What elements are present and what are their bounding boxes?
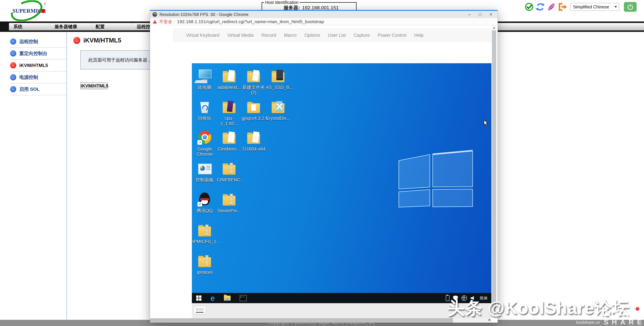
feather-icon[interactable] (547, 2, 556, 12)
desktop-icon-label: Cinebenc... (217, 146, 241, 152)
navbar-item-2[interactable]: 配置 (91, 23, 132, 30)
sidebar-item-label: 电源控制 (19, 74, 38, 81)
watermark-site: koolshare.cn (576, 320, 600, 325)
desktop-icon-label: CrystalDis... (266, 116, 290, 121)
kvm-menu-record[interactable]: Record (262, 33, 276, 38)
kvm-menu-user-list[interactable]: User List (328, 33, 346, 38)
desktop-icon[interactable]: aida64ext... (217, 68, 241, 90)
arrow-circle-icon: → (10, 74, 16, 80)
watermark-text: 头条 @KoolShare论坛 (448, 297, 630, 320)
kvm-menu-options[interactable]: Options (304, 33, 320, 38)
arrow-circle-icon: → (10, 39, 16, 45)
kvm-menu-virtual-keyboard[interactable]: Virtual Keyboard (186, 33, 219, 38)
desktop-icon[interactable]: Cinebenc... (217, 130, 241, 152)
sidebar-item[interactable]: → iKVM/HTML5 (10, 60, 67, 72)
desktop-icon[interactable]: 7z1604-x64 (241, 130, 266, 152)
virtual-keyboard-button[interactable] (194, 307, 205, 314)
sidebar-item[interactable]: → 启用 SOL (10, 83, 67, 95)
horizontal-scrollbar[interactable] (150, 318, 492, 323)
desktop-icon-graphic (192, 253, 217, 269)
desktop-icon[interactable]: gjxqcs4.3.2.0 (241, 99, 266, 121)
kvm-menu-capture[interactable]: Capture (354, 33, 370, 38)
desktop-icon-label: 腾讯QQ (192, 208, 217, 213)
chrome-popup-window: Resolution:1024x768 FPS :30 - Google Chr… (150, 10, 498, 323)
desktop-icon[interactable]: 此电脑 (192, 68, 217, 90)
desktop-icon[interactable]: IPMICFG_1... (192, 222, 217, 244)
address-bar[interactable]: 不安全 192.168.1.151/cgi/url_redirect.cgi?u… (150, 18, 498, 25)
close-button[interactable]: × (486, 11, 496, 18)
desktop-icon[interactable]: ↗ 腾讯QQ (192, 191, 217, 213)
window-title: Resolution:1024x768 FPS :30 - Google Chr… (160, 12, 248, 17)
sidebar-item[interactable]: → 远程控制 (10, 36, 67, 48)
desktop-icon[interactable]: CINEBENC... (217, 161, 241, 183)
refresh-icon[interactable] (536, 2, 545, 12)
watermark-brand-dot (636, 307, 639, 311)
header-toolbar: Simplified Chinese (524, 2, 636, 12)
sidebar-item[interactable]: → 重定向控制台 (10, 48, 67, 60)
minimize-button[interactable]: – (464, 11, 475, 18)
desktop-icon-label: ipmitool (192, 270, 217, 275)
remote-desktop-view[interactable]: 此电脑 aida64ext... 新建文件夹 (2) AS_SSD_B... 回… (192, 63, 492, 303)
desktop-icon[interactable]: 回收站 (192, 99, 217, 121)
desktop-icon-label: AS_SSD_B... (266, 85, 290, 90)
desktop-icon-label: 此电脑 (192, 85, 217, 90)
scroll-up-icon[interactable] (493, 27, 495, 29)
desktop-icon-graphic (192, 222, 217, 238)
host-identification-box: Host Identification 服务器:192.168.001.151 (262, 0, 356, 11)
file-explorer-icon[interactable] (224, 296, 230, 301)
maximize-button[interactable]: □ (475, 11, 486, 18)
navbar-item-0[interactable]: 系统 (9, 23, 50, 30)
desktop-icon[interactable]: 新建文件夹 (2) (241, 68, 266, 95)
desktop-icon-graphic (217, 68, 241, 84)
sidebar-item-label: 启用 SOL (19, 86, 40, 93)
security-warning-icon (153, 20, 157, 24)
desktop-icon[interactable]: SteamPin... (217, 191, 241, 213)
start-button-icon[interactable] (196, 295, 202, 301)
edge-icon[interactable] (210, 295, 215, 301)
security-warning-label[interactable]: 不安全 (159, 19, 172, 25)
desktop-icon[interactable]: 控制面板 (192, 161, 217, 183)
page-root: SUPERMICR ® Host Identification 服务器:192.… (0, 0, 644, 326)
arrow-circle-icon: → (73, 37, 80, 44)
desktop-icon-graphic (192, 161, 217, 177)
command-prompt-icon[interactable] (240, 295, 247, 301)
desktop-icon[interactable]: AS_SSD_B... (266, 68, 290, 90)
kvm-menu-help[interactable]: Help (414, 33, 424, 38)
desktop-icon[interactable]: CrystalDis... (266, 99, 290, 121)
windows-taskbar: 简体 (192, 293, 492, 303)
desktop-icon-label: 回收站 (192, 116, 217, 121)
desktop-icon-label: 控制面板 (192, 177, 217, 183)
ikvm-launch-button[interactable]: iKVM/HTML5 (80, 83, 108, 89)
logout-icon[interactable] (558, 2, 567, 12)
desktop-icon-graphic: ↗ (192, 130, 217, 146)
desktop-icon-graphic (241, 68, 266, 84)
power-button[interactable] (624, 2, 636, 12)
windows-logo (397, 147, 474, 209)
arrow-circle-icon: → (10, 86, 16, 92)
desktop-icon-graphic (217, 161, 241, 177)
language-select[interactable]: Simplified Chinese (570, 3, 619, 11)
address-separator (174, 20, 175, 24)
kvm-menu-virtual-media[interactable]: Virtual Media (227, 33, 254, 38)
desktop-icon[interactable]: cpu-z_1.92... (217, 99, 241, 126)
desktop-icon-graphic (192, 99, 217, 115)
vertical-scrollbar[interactable] (492, 25, 496, 318)
window-titlebar[interactable]: Resolution:1024x768 FPS :30 - Google Chr… (150, 11, 498, 18)
sidebar-item-label: 重定向控制台 (19, 50, 48, 57)
desktop-icon[interactable]: ↗ Google Chrome (192, 130, 217, 157)
desktop-icon[interactable]: ipmitool (192, 253, 217, 275)
ikvm-menubar: Virtual KeyboardVirtual MediaRecordMacro… (173, 28, 492, 42)
taskbar-apps (192, 295, 247, 301)
horizontal-scroll-thumb[interactable] (150, 318, 453, 323)
sidebar-item[interactable]: → 电源控制 (10, 72, 67, 83)
watermark-brand-bottom: SHARE (604, 318, 644, 326)
desktop-icon-graphic (192, 68, 217, 84)
url-text[interactable]: 192.168.1.151/cgi/url_redirect.cgi?url_n… (177, 19, 324, 24)
kvm-menu-power-control[interactable]: Power Control (378, 33, 406, 38)
navbar-item-1[interactable]: 服务器键康 (50, 23, 91, 30)
vertical-scroll-thumb[interactable] (492, 30, 496, 313)
window-content: Virtual KeyboardVirtual MediaRecordMacro… (150, 25, 498, 323)
kvm-menu-macro[interactable]: Macro (284, 33, 296, 38)
desktop-icon-label: Google Chrome (192, 146, 217, 157)
desktop-icon-label: CINEBENC... (217, 177, 241, 183)
